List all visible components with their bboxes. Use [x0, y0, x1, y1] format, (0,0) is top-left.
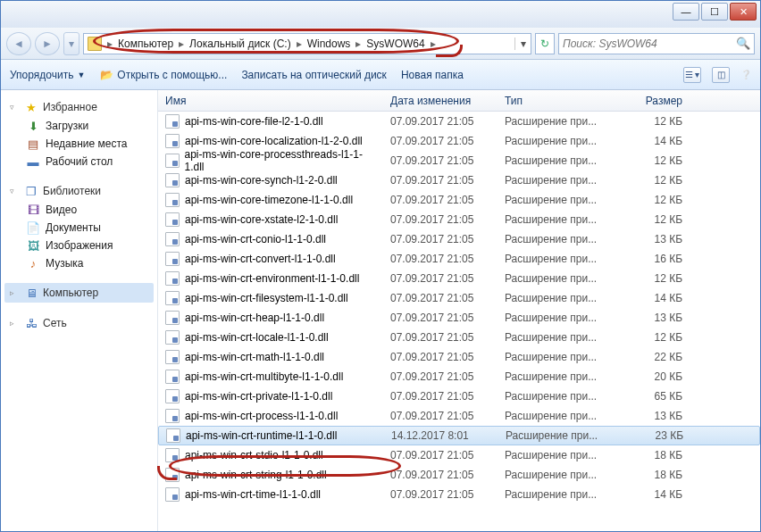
- file-row[interactable]: api-ms-win-crt-conio-l1-1-0.dll07.09.201…: [158, 229, 760, 249]
- file-date: 07.09.2017 21:05: [383, 272, 498, 285]
- file-date: 07.09.2017 21:05: [383, 312, 498, 324]
- file-date: 07.09.2017 21:05: [383, 410, 498, 422]
- file-type: Расширение при...: [498, 449, 615, 461]
- file-size: 13 КБ: [615, 410, 690, 422]
- file-list: Имя Дата изменения Тип Размер api-ms-win…: [158, 90, 760, 531]
- sidebar-favorites[interactable]: ▿★Избранное: [4, 97, 154, 117]
- file-row[interactable]: api-ms-win-crt-heap-l1-1-0.dll07.09.2017…: [158, 308, 760, 328]
- sidebar-documents[interactable]: 📄Документы: [4, 219, 154, 237]
- open-with-button[interactable]: 📂Открыть с помощью...: [99, 68, 227, 82]
- file-row[interactable]: api-ms-win-core-file-l2-1-0.dll07.09.201…: [158, 112, 760, 131]
- file-date: 07.09.2017 21:05: [383, 351, 498, 363]
- file-row[interactable]: api-ms-win-crt-process-l1-1-0.dll07.09.2…: [158, 406, 760, 426]
- file-type: Расширение при...: [498, 135, 615, 147]
- file-name: api-ms-win-crt-convert-l1-1-0.dll: [185, 253, 336, 265]
- organize-menu[interactable]: Упорядочить ▼: [10, 69, 85, 81]
- file-row[interactable]: api-ms-win-crt-locale-l1-1-0.dll07.09.20…: [158, 328, 760, 347]
- file-type: Расширение при...: [498, 469, 615, 481]
- file-row[interactable]: api-ms-win-crt-string-l1-1-0.dll07.09.20…: [158, 465, 760, 485]
- file-name: api-ms-win-crt-time-l1-1-0.dll: [185, 488, 321, 501]
- breadcrumb[interactable]: ▸ Компьютер ▸ Локальный диск (C:) ▸ Wind…: [83, 33, 531, 54]
- file-size: 14 КБ: [615, 488, 690, 501]
- sidebar-recent[interactable]: ▤Недавние места: [4, 135, 154, 153]
- view-options-button[interactable]: ☰ ▾: [683, 67, 701, 83]
- file-row[interactable]: api-ms-win-core-xstate-l2-1-0.dll07.09.2…: [158, 210, 760, 229]
- breadcrumb-item[interactable]: SysWOW64: [363, 37, 428, 50]
- back-button[interactable]: ◄: [6, 32, 31, 55]
- new-folder-button[interactable]: Новая папка: [401, 69, 464, 81]
- file-date: 07.09.2017 21:05: [383, 331, 498, 344]
- sidebar-music[interactable]: ♪Музыка: [4, 254, 154, 272]
- column-headers: Имя Дата изменения Тип Размер: [158, 90, 760, 112]
- file-row[interactable]: api-ms-win-crt-private-l1-1-0.dll07.09.2…: [158, 387, 760, 406]
- file-name: api-ms-win-crt-filesystem-l1-1-0.dll: [185, 292, 348, 304]
- chevron-down-icon: ▼: [77, 71, 85, 79]
- maximize-button[interactable]: ☐: [701, 3, 728, 21]
- column-size[interactable]: Размер: [615, 95, 690, 107]
- burn-button[interactable]: Записать на оптический диск: [241, 69, 387, 81]
- file-row[interactable]: api-ms-win-crt-math-l1-1-0.dll07.09.2017…: [158, 347, 760, 367]
- file-type: Расширение при...: [498, 253, 615, 265]
- sidebar-libraries[interactable]: ▿❐Библиотеки: [4, 181, 154, 201]
- dll-file-icon: [165, 330, 180, 345]
- file-date: 07.09.2017 21:05: [383, 253, 498, 265]
- file-row[interactable]: api-ms-win-crt-environment-l1-1-0.dll07.…: [158, 269, 760, 288]
- expand-icon: ▹: [10, 319, 20, 328]
- file-row[interactable]: api-ms-win-crt-filesystem-l1-1-0.dll07.0…: [158, 288, 760, 308]
- file-row[interactable]: api-ms-win-core-timezone-l1-1-0.dll07.09…: [158, 190, 760, 210]
- sidebar-pictures[interactable]: 🖼Изображения: [4, 237, 154, 254]
- file-name: api-ms-win-core-processthreads-l1-1-1.dl…: [185, 148, 376, 173]
- dll-file-icon: [165, 311, 180, 325]
- chevron-right-icon: ▸: [429, 37, 438, 50]
- dll-file-icon: [165, 350, 180, 364]
- search-box[interactable]: 🔍: [558, 33, 755, 54]
- file-row[interactable]: api-ms-win-crt-stdio-l1-1-0.dll07.09.201…: [158, 445, 760, 465]
- sidebar-video[interactable]: 🎞Видео: [4, 201, 154, 219]
- file-row[interactable]: api-ms-win-core-processthreads-l1-1-1.dl…: [158, 151, 760, 170]
- file-row[interactable]: api-ms-win-core-synch-l1-2-0.dll07.09.20…: [158, 170, 760, 190]
- file-row[interactable]: api-ms-win-crt-multibyte-l1-1-0.dll07.09…: [158, 367, 760, 387]
- sidebar-downloads[interactable]: ⬇Загрузки: [4, 117, 154, 135]
- breadcrumb-dropdown[interactable]: ▾: [514, 37, 531, 50]
- recent-icon: ▤: [26, 137, 40, 151]
- document-icon: 📄: [26, 220, 40, 235]
- column-type[interactable]: Тип: [498, 95, 615, 107]
- file-name: api-ms-win-core-timezone-l1-1-0.dll: [185, 194, 353, 206]
- file-name: api-ms-win-crt-locale-l1-1-0.dll: [185, 331, 329, 344]
- search-icon[interactable]: 🔍: [736, 37, 750, 50]
- column-name[interactable]: Имя: [158, 95, 383, 107]
- file-date: 07.09.2017 21:05: [383, 390, 498, 403]
- sidebar-desktop[interactable]: ▬Рабочий стол: [4, 153, 154, 170]
- search-input[interactable]: [563, 37, 736, 50]
- minimize-button[interactable]: ―: [673, 3, 699, 21]
- column-date[interactable]: Дата изменения: [383, 95, 498, 107]
- breadcrumb-item[interactable]: Компьютер: [114, 37, 177, 50]
- file-name: api-ms-win-crt-math-l1-1-0.dll: [185, 351, 324, 363]
- file-name: api-ms-win-core-file-l2-1-0.dll: [185, 115, 323, 128]
- dll-file-icon: [165, 252, 180, 266]
- file-size: 12 КБ: [615, 331, 690, 344]
- history-dropdown[interactable]: ▾: [63, 32, 79, 55]
- file-date: 07.09.2017 21:05: [383, 213, 498, 226]
- file-row[interactable]: api-ms-win-crt-time-l1-1-0.dll07.09.2017…: [158, 485, 760, 504]
- file-date: 14.12.2017 8:01: [384, 429, 498, 442]
- file-size: 12 КБ: [615, 213, 690, 226]
- sidebar-computer[interactable]: ▹🖥Компьютер: [4, 283, 154, 303]
- file-row[interactable]: api-ms-win-crt-runtime-l1-1-0.dll14.12.2…: [158, 426, 760, 445]
- forward-button[interactable]: ►: [35, 32, 60, 55]
- file-type: Расширение при...: [498, 272, 615, 285]
- breadcrumb-item[interactable]: Локальный диск (C:): [186, 37, 295, 50]
- preview-pane-button[interactable]: ◫: [712, 67, 730, 83]
- close-button[interactable]: ✕: [730, 3, 757, 21]
- file-row[interactable]: api-ms-win-crt-convert-l1-1-0.dll07.09.2…: [158, 249, 760, 269]
- sidebar-network[interactable]: ▹🖧Сеть: [4, 313, 154, 333]
- help-button[interactable]: ❔: [740, 67, 751, 83]
- file-type: Расширение при...: [498, 174, 615, 187]
- file-type: Расширение при...: [498, 370, 615, 383]
- refresh-button[interactable]: ↻: [535, 33, 555, 54]
- file-type: Расширение при...: [498, 154, 615, 167]
- file-date: 07.09.2017 21:05: [383, 370, 498, 383]
- dll-file-icon: [165, 409, 180, 423]
- breadcrumb-item[interactable]: Windows: [304, 37, 355, 50]
- file-type: Расширение при...: [498, 410, 615, 422]
